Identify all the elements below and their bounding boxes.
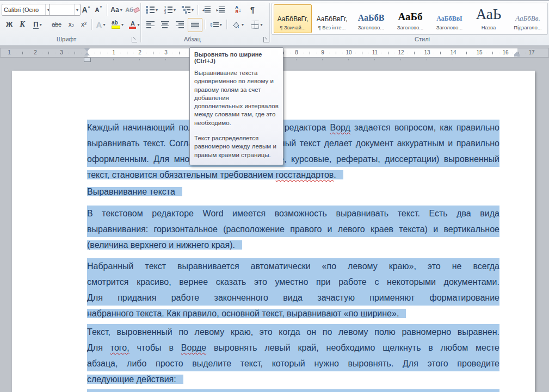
document-line[interactable]: набранного текста. Как правило, основной… (87, 306, 499, 321)
document-line[interactable]: выравнивать текст. Согласно ГОСТу выровн… (87, 135, 499, 151)
document-line[interactable]: выравнивания: горизонтальное (расположен… (87, 221, 499, 237)
style-chip-3[interactable]: АаБбВЗаголово... (352, 4, 390, 33)
text-highlight-button[interactable]: ab (109, 18, 126, 31)
document-line[interactable]: абзаца, либо просто выделите текст, кото… (87, 356, 499, 371)
document-line[interactable]: следующие действия: (87, 371, 499, 387)
document-line[interactable]: Для того, чтобы в Ворде выровнять левый … (87, 340, 499, 356)
style-chip-4[interactable]: АаБбЗаголово... (391, 4, 429, 33)
bullet-list-icon (146, 6, 155, 14)
increase-indent-button[interactable]: ▸ (214, 4, 227, 16)
ruler-number: 10 (346, 49, 351, 55)
sort-button[interactable]: А Я ↓ (231, 4, 246, 16)
line-spacing-button[interactable]: ⇕ (207, 18, 224, 31)
line-spacing-bars (213, 22, 219, 27)
tooltip-body: Выравнивание текста одновременно по лево… (194, 69, 279, 159)
align-right-button[interactable] (173, 18, 186, 31)
ruler-number: 16 (502, 49, 508, 55)
paragraph-dialog-launcher[interactable] (263, 37, 269, 42)
justify-icon (191, 22, 199, 28)
text-effects-button[interactable]: А (94, 18, 108, 31)
subscript-button[interactable]: x₂ (65, 18, 77, 31)
change-case-button[interactable]: Аа (109, 4, 124, 16)
document-line[interactable]: Выравнивание текста (87, 184, 499, 200)
numbering-button[interactable]: 123 (162, 4, 178, 16)
underline-button[interactable]: П (29, 18, 46, 31)
font-name-combobox[interactable]: Calibri (Осно ▾ (2, 4, 52, 16)
font-name-value: Calibri (Осно (4, 7, 39, 13)
align-left-button[interactable] (144, 18, 157, 31)
shading-button[interactable] (229, 18, 246, 31)
highlight-icon: ab (112, 20, 120, 29)
italic-button[interactable]: К (16, 18, 28, 31)
style-name: Назва (470, 24, 507, 30)
document-line[interactable]: (величина верхнего и нижнего края). (87, 237, 499, 253)
style-preview: АаБбВвГг, (313, 5, 350, 23)
grow-font-button[interactable]: А ▲ (80, 4, 92, 16)
strikethrough-button[interactable]: abc (49, 18, 64, 31)
decrease-indent-button[interactable]: ◂ (200, 4, 213, 16)
ruler-number: 1 (112, 49, 115, 55)
document-line[interactable]: В текстовом редакторе Word имеется возмо… (87, 206, 499, 221)
style-chip-2[interactable]: АаБбВвГг,¶ Без інте... (313, 4, 351, 33)
multilevel-list-icon (182, 6, 190, 14)
multilevel-list-button[interactable] (180, 4, 196, 16)
hanging-indent-marker[interactable] (84, 52, 90, 55)
justify-button[interactable] (188, 18, 202, 32)
underline-icon: П (33, 20, 38, 29)
styles-group-label: Стилі (415, 36, 430, 42)
ruler-number: 3 (60, 49, 63, 55)
tooltip-title: Выровнять по ширине (Ctrl+J) (194, 51, 279, 64)
first-line-indent-marker[interactable] (84, 48, 90, 52)
shrink-font-icon: А (95, 7, 100, 13)
ruler-number: 1 (8, 49, 11, 55)
right-indent-marker-base[interactable] (514, 54, 520, 57)
style-preview: АаБбВвІ (431, 5, 468, 23)
align-right-icon (176, 21, 184, 28)
document-line[interactable]: Текст, выровненный по левому краю, это к… (87, 324, 499, 340)
ruler-number: 2 (34, 49, 37, 55)
clear-formatting-icon: Аб (125, 7, 133, 13)
align-center-icon (161, 21, 169, 28)
decrease-indent-bars (205, 7, 211, 13)
show-paragraph-marks-button[interactable]: ¶ (246, 4, 259, 16)
bullets-button[interactable] (144, 4, 160, 16)
style-chip-1[interactable]: АаБбВвГг,¶ Звичай... (274, 4, 312, 33)
justify-tooltip: Выровнять по ширине (Ctrl+J) Выравнивани… (189, 47, 283, 165)
paint-bucket-icon (232, 21, 240, 29)
font-group-label: Шрифт (57, 36, 76, 42)
misspelled-word: госстандартов (276, 170, 334, 179)
left-indent-marker[interactable] (84, 58, 91, 62)
font-dialog-launcher[interactable] (132, 37, 137, 42)
style-preview: АаБбВ (353, 5, 390, 23)
selected-text-strip[interactable] (87, 389, 499, 392)
document-line[interactable]: Каждый начинающий пользователь текстовог… (87, 120, 499, 135)
strikethrough-icon: abc (52, 21, 61, 28)
style-chip-6[interactable]: АаЬНазва (470, 4, 508, 33)
document-line[interactable]: смотрится красиво, вернее сказать это ум… (87, 274, 499, 290)
document-line[interactable]: текст, становится обязательным требовани… (87, 167, 499, 183)
document-line[interactable]: Для придания работе законченного вида за… (87, 290, 499, 306)
style-chip-5[interactable]: АаБбВвІЗаголово... (430, 4, 468, 33)
clear-formatting-button[interactable]: Аб (125, 4, 139, 16)
borders-icon (251, 21, 259, 29)
superscript-button[interactable]: x² (78, 18, 90, 31)
borders-button[interactable] (248, 18, 266, 31)
document-line[interactable]: оформленным. Для многих работ (дипломные… (87, 151, 499, 167)
shrink-font-button[interactable]: А ▼ (93, 4, 104, 16)
numbered-list-icon: 123 (164, 6, 172, 14)
word-window: Calibri (Осно ▾ ▾ А ▲ А ▼ Аа Аб Ж К П ab… (0, 0, 549, 392)
ruler-number: 9 (321, 49, 324, 55)
misspelled-word: Ворд (330, 123, 350, 132)
misspelled-word: того, (110, 343, 129, 352)
document-line[interactable]: Набранный текст выравнивается автоматиче… (87, 258, 499, 274)
style-chip-7[interactable]: АаБбВв.Підзаголо... (509, 4, 547, 33)
font-color-button[interactable]: А (127, 18, 142, 31)
bold-button[interactable]: Ж (3, 18, 15, 31)
paragraph-group-label: Абзац (184, 36, 201, 42)
font-size-dropdown-icon[interactable]: ▾ (74, 4, 78, 15)
align-center-button[interactable] (158, 18, 171, 31)
ruler-number: 14 (450, 49, 456, 55)
font-size-combobox[interactable]: ▾ (49, 4, 81, 16)
ruler-number: 15 (476, 49, 482, 55)
line-spacing-arrows-icon: ⇕ (209, 22, 213, 28)
